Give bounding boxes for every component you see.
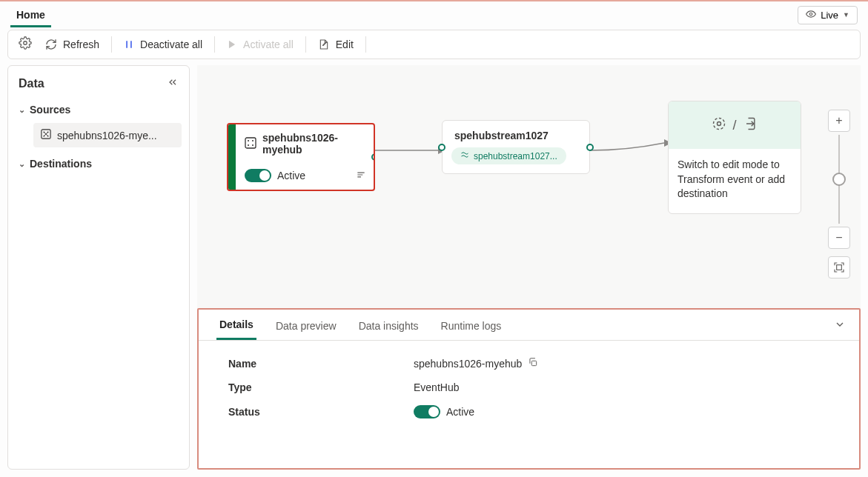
divider <box>111 36 112 53</box>
source-item-label: spehubns1026-mye... <box>57 130 157 141</box>
chevron-down-icon: ▼ <box>843 11 849 19</box>
svg-point-16 <box>248 140 249 141</box>
slash: / <box>732 118 736 133</box>
svg-rect-15 <box>245 138 256 148</box>
destination-text: Switch to edit mode to Transform event o… <box>669 149 801 213</box>
svg-rect-27 <box>532 361 537 365</box>
sources-label: Sources <box>30 104 70 116</box>
output-port[interactable] <box>586 144 594 151</box>
prop-name-value: spehubns1026-myehub <box>414 358 522 370</box>
destinations-section[interactable]: ⌄ Destinations <box>16 152 182 176</box>
source-node-title: spehubns1026-myehub <box>262 132 366 156</box>
edit-button[interactable]: Edit <box>309 34 362 55</box>
active-label: Active <box>277 170 305 181</box>
svg-point-24 <box>714 118 725 129</box>
zoom-in-button[interactable]: + <box>828 110 850 132</box>
destinations-label: Destinations <box>30 158 92 170</box>
node-menu-icon[interactable] <box>356 170 366 182</box>
deactivate-all-button[interactable]: Deactivate all <box>115 34 211 55</box>
refresh-button[interactable]: Refresh <box>36 34 108 55</box>
eye-icon <box>806 9 816 21</box>
source-item[interactable]: spehubns1026-mye... <box>33 123 182 147</box>
svg-point-1 <box>24 41 27 45</box>
active-toggle[interactable] <box>245 169 271 182</box>
sidebar-title: Data <box>19 77 44 90</box>
prop-name-label: Name <box>228 358 414 370</box>
prop-type-value: EventHub <box>414 381 459 393</box>
sources-section[interactable]: ⌄ Sources <box>16 98 182 121</box>
fit-view-button[interactable] <box>828 256 850 278</box>
eventhub-icon <box>245 137 256 151</box>
source-node[interactable]: spehubns1026-myehub Active <box>227 123 375 191</box>
prop-type-label: Type <box>228 381 414 393</box>
svg-point-23 <box>718 121 721 125</box>
tab-data-preview[interactable]: Data preview <box>273 311 339 339</box>
stream-node[interactable]: spehubstream1027 spehubstream1027... <box>442 120 590 174</box>
status-toggle[interactable] <box>414 405 440 418</box>
divider <box>214 36 215 53</box>
edit-label: Edit <box>336 39 354 50</box>
command-bar: Refresh Deactivate all Activate all Edit <box>7 30 861 59</box>
chevron-down-icon: ⌄ <box>19 159 25 169</box>
prop-status-value: Active <box>446 406 474 418</box>
settings-button[interactable] <box>14 33 36 56</box>
chevron-down-icon: ⌄ <box>19 105 25 115</box>
svg-point-18 <box>248 144 249 146</box>
details-panel: Details Data preview Data insights Runti… <box>197 308 861 470</box>
tab-runtime-logs[interactable]: Runtime logs <box>438 311 505 339</box>
activate-label: Activate all <box>243 39 294 50</box>
transform-icon <box>712 116 726 135</box>
stream-node-title: spehubstream1027 <box>451 130 580 141</box>
svg-rect-26 <box>837 265 842 270</box>
live-dropdown[interactable]: Live ▼ <box>798 6 858 24</box>
refresh-label: Refresh <box>63 39 99 50</box>
tab-home[interactable]: Home <box>10 3 51 27</box>
zoom-out-button[interactable]: − <box>828 227 850 249</box>
export-icon <box>743 116 758 135</box>
divider <box>365 36 366 53</box>
svg-point-0 <box>809 13 812 16</box>
data-sidebar: Data ⌄ Sources spehubns1026-mye... ⌄ Des… <box>7 65 190 470</box>
graph-canvas[interactable]: spehubns1026-myehub Active <box>197 65 861 470</box>
refresh-icon <box>45 39 57 50</box>
tab-details[interactable]: Details <box>216 310 256 340</box>
stream-pill[interactable]: spehubstream1027... <box>451 147 566 164</box>
stream-pill-label: spehubstream1027... <box>474 151 557 161</box>
svg-point-19 <box>252 144 254 146</box>
prop-status-label: Status <box>228 406 414 418</box>
collapse-panel-icon[interactable] <box>834 318 846 333</box>
input-port[interactable] <box>438 144 445 151</box>
copy-icon[interactable] <box>528 357 538 370</box>
svg-point-17 <box>252 140 254 141</box>
play-icon <box>227 39 237 50</box>
divider <box>305 36 306 53</box>
zoom-slider[interactable] <box>838 135 840 224</box>
zoom-controls: + − <box>828 110 850 278</box>
destination-placeholder[interactable]: / Switch to edit mode to Transform event… <box>668 101 801 214</box>
svg-marker-4 <box>229 41 235 49</box>
pause-icon <box>124 39 134 50</box>
tab-data-insights[interactable]: Data insights <box>356 311 422 339</box>
activate-all-button: Activate all <box>218 34 302 55</box>
collapse-sidebar-icon[interactable] <box>167 76 179 90</box>
eventhub-icon <box>41 129 51 141</box>
live-label: Live <box>821 10 838 21</box>
output-port[interactable] <box>371 153 375 161</box>
edit-icon <box>318 39 330 50</box>
deactivate-label: Deactivate all <box>140 39 202 50</box>
stream-icon <box>460 150 469 161</box>
